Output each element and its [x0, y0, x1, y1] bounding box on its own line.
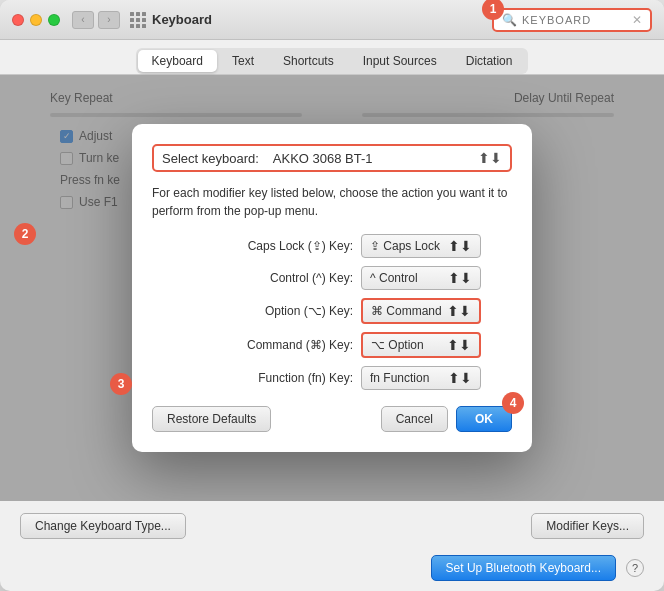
title-bar: ‹ › Keyboard 1 🔍 ✕: [0, 0, 664, 40]
app-icon-area: Keyboard: [130, 12, 212, 28]
command-arrow: ⬆⬇: [447, 337, 471, 353]
badge-1: 1: [482, 0, 504, 20]
control-label: Control (^) Key:: [183, 271, 353, 285]
modal-right-buttons: 4 Cancel OK: [381, 406, 512, 432]
minimize-button[interactable]: [30, 14, 42, 26]
modifier-keys-button[interactable]: Modifier Keys...: [531, 513, 644, 539]
function-row: Function (fn) Key: fn Function ⬆⬇: [152, 366, 512, 390]
badge-3: 3: [110, 373, 132, 395]
help-button[interactable]: ?: [626, 559, 644, 577]
modal-description: For each modifier key listed below, choo…: [152, 184, 512, 220]
caps-lock-value: ⇪ Caps Lock: [370, 239, 440, 253]
tab-keyboard[interactable]: Keyboard: [138, 50, 217, 72]
control-value: ^ Control: [370, 271, 418, 285]
control-arrow: ⬆⬇: [448, 270, 472, 286]
control-row: Control (^) Key: ^ Control ⬆⬇: [152, 266, 512, 290]
caps-lock-row: Caps Lock (⇪) Key: ⇪ Caps Lock ⬆⬇: [152, 234, 512, 258]
option-value: ⌘ Command: [371, 304, 442, 318]
main-content: 2 Key Repeat Delay Until Repeat Adjust T…: [0, 75, 664, 501]
modal-buttons: Restore Defaults 4 Cancel OK: [152, 406, 512, 432]
function-value: fn Function: [370, 371, 429, 385]
window-title: Keyboard: [152, 12, 212, 27]
change-keyboard-button[interactable]: Change Keyboard Type...: [20, 513, 186, 539]
traffic-lights: [12, 14, 60, 26]
forward-button[interactable]: ›: [98, 11, 120, 29]
function-label: Function (fn) Key:: [183, 371, 353, 385]
maximize-button[interactable]: [48, 14, 60, 26]
select-keyboard-label: Select keyboard:: [156, 151, 259, 166]
cancel-button[interactable]: Cancel: [381, 406, 448, 432]
badge-2: 2: [14, 223, 36, 245]
caps-lock-dropdown[interactable]: ⇪ Caps Lock ⬆⬇: [361, 234, 481, 258]
window: ‹ › Keyboard 1 🔍 ✕ Keyboard Text Shortcu…: [0, 0, 664, 591]
tab-input-sources[interactable]: Input Sources: [349, 50, 451, 72]
tab-dictation[interactable]: Dictation: [452, 50, 527, 72]
function-arrow: ⬆⬇: [448, 370, 472, 386]
restore-defaults-button[interactable]: Restore Defaults: [152, 406, 271, 432]
select-keyboard-value: AKKO 3068 BT-1: [273, 151, 373, 166]
command-dropdown[interactable]: ⌥ Option ⬆⬇: [361, 332, 481, 358]
tab-bar: Keyboard Text Shortcuts Input Sources Di…: [136, 48, 529, 74]
close-button[interactable]: [12, 14, 24, 26]
command-value: ⌥ Option: [371, 338, 424, 352]
search-icon: 🔍: [502, 13, 517, 27]
grid-icon: [130, 12, 146, 28]
search-input[interactable]: [522, 14, 627, 26]
search-clear-icon[interactable]: ✕: [632, 13, 642, 27]
select-keyboard-row: Select keyboard: AKKO 3068 BT-1 ⬆⬇: [152, 144, 512, 172]
tab-shortcuts[interactable]: Shortcuts: [269, 50, 348, 72]
search-bar[interactable]: 1 🔍 ✕: [492, 8, 652, 32]
badge-4: 4: [502, 392, 524, 414]
modal-overlay: Select keyboard: AKKO 3068 BT-1 ⬆⬇ For e…: [0, 75, 664, 501]
option-arrow: ⬆⬇: [447, 303, 471, 319]
caps-lock-arrow: ⬆⬇: [448, 238, 472, 254]
command-label: Command (⌘) Key:: [183, 338, 353, 352]
modal-dialog: Select keyboard: AKKO 3068 BT-1 ⬆⬇ For e…: [132, 124, 532, 452]
option-row: Option (⌥) Key: ⌘ Command ⬆⬇: [152, 298, 512, 324]
option-dropdown[interactable]: ⌘ Command ⬆⬇: [361, 298, 481, 324]
bottom-buttons: Change Keyboard Type... Modifier Keys...: [0, 501, 664, 551]
back-button[interactable]: ‹: [72, 11, 94, 29]
nav-buttons: ‹ ›: [72, 11, 120, 29]
caps-lock-label: Caps Lock (⇪) Key:: [183, 239, 353, 253]
select-keyboard-arrow: ⬆⬇: [478, 150, 502, 166]
bluetooth-area: Set Up Bluetooth Keyboard... ?: [0, 551, 664, 591]
function-dropdown[interactable]: fn Function ⬆⬇: [361, 366, 481, 390]
option-label: Option (⌥) Key:: [183, 304, 353, 318]
tabs-area: Keyboard Text Shortcuts Input Sources Di…: [0, 40, 664, 75]
select-keyboard-dropdown[interactable]: AKKO 3068 BT-1 ⬆⬇: [267, 148, 508, 168]
command-row: Command (⌘) Key: ⌥ Option ⬆⬇: [152, 332, 512, 358]
key-rows: Caps Lock (⇪) Key: ⇪ Caps Lock ⬆⬇ Contro…: [152, 234, 512, 390]
tab-text[interactable]: Text: [218, 50, 268, 72]
bluetooth-button[interactable]: Set Up Bluetooth Keyboard...: [431, 555, 616, 581]
control-dropdown[interactable]: ^ Control ⬆⬇: [361, 266, 481, 290]
